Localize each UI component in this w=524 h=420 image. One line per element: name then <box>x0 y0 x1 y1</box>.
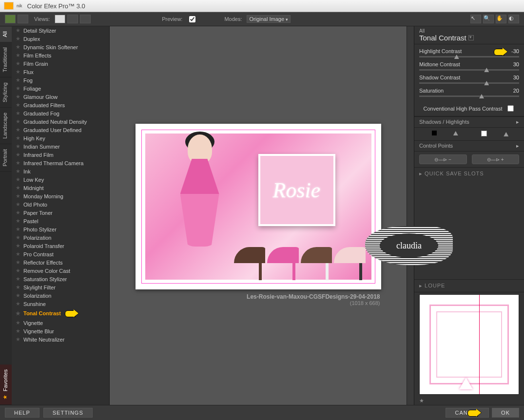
filter-item[interactable]: ★Polaroid Transfer <box>12 242 109 250</box>
favorite-star-icon[interactable]: ★ <box>16 152 20 158</box>
filter-item[interactable]: ★White Neutralizer <box>12 335 109 344</box>
slider-thumb[interactable] <box>479 94 484 98</box>
filter-item[interactable]: ★Old Photo <box>12 200 109 209</box>
slider-track[interactable] <box>419 95 519 97</box>
tab-all[interactable]: All <box>0 26 12 42</box>
filter-item[interactable]: ★Flux <box>12 68 109 76</box>
tab-landscape[interactable]: Landscape <box>0 108 12 144</box>
favorite-star-icon[interactable]: ★ <box>16 259 20 266</box>
filter-item[interactable]: ★Graduated User Defined <box>12 126 109 134</box>
tab-favorites[interactable]: Favorites <box>0 364 12 405</box>
favorite-star-icon[interactable]: ★ <box>16 320 20 326</box>
favorite-star-icon[interactable]: ★ <box>16 201 20 208</box>
filter-item[interactable]: ★Skylight Filter <box>12 283 109 291</box>
help-button[interactable]: HELP <box>5 408 39 418</box>
filter-item[interactable]: ★Duplex <box>12 35 109 43</box>
filter-item[interactable]: ★Vignette <box>12 319 109 327</box>
filter-item[interactable]: ★Foliage <box>12 84 109 93</box>
slider-shadow-contrast[interactable]: Shadow Contrast30 <box>419 75 519 84</box>
modes-select[interactable]: Original Image ▾ <box>247 15 291 23</box>
shadows-highlights-section[interactable]: Shadows / Highlights▸ <box>414 116 524 128</box>
slider-highlight-contrast[interactable]: Highlight Contrast-30 <box>419 48 519 57</box>
filter-item[interactable]: ★Polarization <box>12 233 109 242</box>
filter-item[interactable]: ★Paper Toner <box>12 209 109 217</box>
favorite-star-icon[interactable]: ★ <box>16 36 20 42</box>
filter-item[interactable]: ★Film Grain <box>12 59 109 68</box>
filter-item[interactable]: ★Infrared Film <box>12 151 109 159</box>
favorite-star-icon[interactable]: ★ <box>16 301 20 307</box>
pan-tool-button[interactable]: ✋ <box>496 15 506 23</box>
control-points-section[interactable]: Control Points▸ <box>414 140 524 152</box>
ok-button[interactable]: OK <box>492 408 519 418</box>
favorite-star-icon[interactable]: ★ <box>16 292 20 299</box>
favorite-star-icon[interactable]: ★ <box>16 243 20 249</box>
slider-thumb[interactable] <box>484 68 489 72</box>
favorite-star-icon[interactable]: ★ <box>16 60 20 67</box>
filter-item[interactable]: ★Pro Contrast <box>12 250 109 258</box>
tab-traditional[interactable]: Traditional <box>0 42 12 77</box>
slider-track[interactable] <box>419 69 519 71</box>
favorite-star-icon[interactable]: ★ <box>16 234 20 241</box>
bg-color-button[interactable]: ◐ <box>508 15 519 23</box>
split-h-view-button[interactable] <box>80 15 91 23</box>
filter-item[interactable]: ★Infrared Thermal Camera <box>12 159 109 167</box>
favorite-star-icon[interactable]: ★ <box>16 118 20 125</box>
favorite-star-icon[interactable]: ★ <box>16 218 20 224</box>
filter-item[interactable]: ★Film Effects <box>12 51 109 59</box>
favorite-star-icon[interactable]: ★ <box>16 328 20 334</box>
favorite-star-icon[interactable]: ★ <box>16 69 20 75</box>
filter-item[interactable]: ★Remove Color Cast <box>12 267 109 275</box>
filter-item[interactable]: ★Glamour Glow <box>12 93 109 101</box>
filter-item[interactable]: ★Solarization <box>12 291 109 300</box>
filter-item[interactable]: ★Dynamic Skin Softener <box>12 43 109 51</box>
filter-item[interactable]: ★Graduated Fog <box>12 109 109 117</box>
favorite-star-icon[interactable]: ★ <box>16 168 20 174</box>
tab-stylizing[interactable]: Stylizing <box>0 77 12 108</box>
slider-thumb[interactable] <box>454 55 459 59</box>
favorite-star-icon[interactable]: ★ <box>16 267 20 274</box>
loupe-favorite-star[interactable]: ★ <box>414 397 524 405</box>
filter-item[interactable]: ★Saturation Stylizer <box>12 275 109 283</box>
preview-checkbox[interactable] <box>189 16 195 22</box>
filter-item[interactable]: ★Tonal Contrast <box>12 308 109 319</box>
favorite-star-icon[interactable]: ★ <box>16 135 20 141</box>
favorite-star-icon[interactable]: ★ <box>16 27 20 34</box>
favorite-star-icon[interactable]: ★ <box>16 127 20 133</box>
single-view-button[interactable] <box>55 15 65 23</box>
loupe-section-header[interactable]: LOUPE <box>414 279 524 292</box>
favorite-star-icon[interactable]: ★ <box>16 44 20 50</box>
tab-portrait[interactable]: Portrait <box>0 144 12 172</box>
slider-midtone-contrast[interactable]: Midtone Contrast30 <box>419 61 519 71</box>
thumb-view-1-button[interactable] <box>5 15 16 23</box>
favorite-star-icon[interactable]: ★ <box>16 210 20 216</box>
favorite-star-icon[interactable]: ★ <box>16 276 20 282</box>
favorite-star-icon[interactable]: ★ <box>16 176 20 183</box>
filter-item[interactable]: ★High Key <box>12 134 109 142</box>
favorite-star-icon[interactable]: ★ <box>16 94 20 100</box>
add-pos-controlpoint-button[interactable]: ⊖—⊳ + <box>472 154 520 164</box>
slider-saturation[interactable]: Saturation20 <box>419 88 519 97</box>
slider-track[interactable] <box>419 82 519 84</box>
filter-item[interactable]: ★Detail Stylizer <box>12 26 109 35</box>
highpass-checkbox[interactable] <box>507 105 514 112</box>
panel-dropdown-icon[interactable] <box>468 35 474 40</box>
filter-item[interactable]: ★Midnight <box>12 184 109 192</box>
favorite-star-icon[interactable]: ★ <box>16 284 20 290</box>
shadows-swatch[interactable] <box>432 131 437 135</box>
filter-item[interactable]: ★Pastel <box>12 217 109 225</box>
filter-item[interactable]: ★Reflector Effects <box>12 258 109 267</box>
slider-track[interactable] <box>419 56 519 57</box>
favorite-star-icon[interactable]: ★ <box>16 110 20 116</box>
filter-item[interactable]: ★Graduated Neutral Density <box>12 117 109 126</box>
favorite-star-icon[interactable]: ★ <box>16 160 20 166</box>
favorite-star-icon[interactable]: ★ <box>16 336 20 343</box>
favorite-star-icon[interactable]: ★ <box>16 102 20 108</box>
filter-item[interactable]: ★Low Key <box>12 175 109 184</box>
filter-item[interactable]: ★Sunshine <box>12 300 109 308</box>
favorite-star-icon[interactable]: ★ <box>16 52 20 58</box>
filter-item[interactable]: ★Indian Summer <box>12 142 109 151</box>
filter-item[interactable]: ★Fog <box>12 76 109 84</box>
filter-item[interactable]: ★Ink <box>12 167 109 175</box>
slider-thumb[interactable] <box>484 81 489 85</box>
filter-item[interactable]: ★Photo Stylizer <box>12 225 109 233</box>
